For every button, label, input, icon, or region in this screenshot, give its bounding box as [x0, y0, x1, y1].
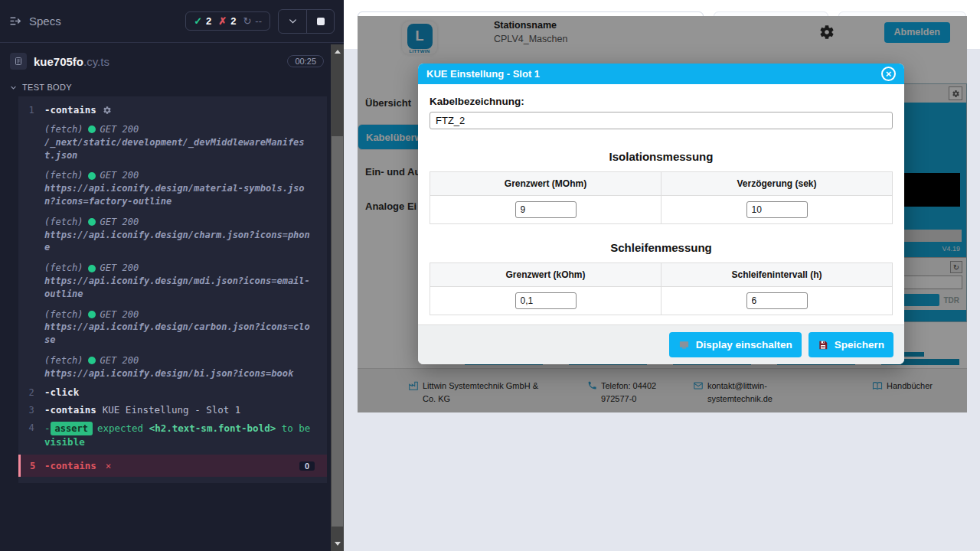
fetch-log[interactable]: (fetch)GET 200 https://api.iconify.desig…	[44, 354, 315, 380]
assert-badge: assert	[51, 422, 93, 435]
loop-col-intervall: Schleifenintervall (h)	[662, 263, 893, 287]
spec-duration-badge: 00:25	[287, 55, 324, 67]
fetch-log[interactable]: (fetch)GET 200 https://api.iconify.desig…	[44, 262, 315, 300]
fetch-log[interactable]: (fetch)GET 200 https://api.iconify.desig…	[44, 216, 315, 254]
save-button[interactable]: Speichern	[808, 332, 893, 357]
iso-verzoegerung-input[interactable]	[746, 201, 808, 218]
modal-title: KUE Einstellung - Slot 1	[426, 68, 540, 80]
fail-x-icon: ×	[106, 460, 112, 471]
command-log: 1 -contains (fetch)GET 200 /_next/static…	[18, 96, 327, 483]
failed-icon: ✗	[218, 15, 227, 27]
kue-settings-modal: KUE Einstellung - Slot 1 × Kabelbezeichn…	[418, 64, 904, 364]
scroll-down-arrow[interactable]	[331, 538, 344, 549]
stat-pending: ↻--	[243, 15, 262, 27]
iso-grenzwert-input[interactable]	[515, 201, 577, 218]
status-ok-dot	[88, 172, 96, 180]
specs-label: Specs	[29, 15, 61, 28]
stat-failed: ✗2	[218, 15, 236, 27]
fetch-log[interactable]: (fetch)GET 200 https://api.iconify.desig…	[44, 169, 315, 207]
status-ok-dot	[88, 126, 96, 133]
close-icon[interactable]: ×	[881, 67, 896, 81]
iso-col-grenzwert: Grenzwert (MOhm)	[430, 172, 662, 196]
status-ok-dot	[88, 311, 96, 318]
run-stats: ✓2 ✗2 ↻--	[185, 11, 270, 31]
status-ok-dot	[88, 357, 96, 364]
passed-icon: ✓	[194, 15, 202, 27]
loop-section-title: Schleifenmessung	[430, 241, 893, 254]
modal-title-bar: KUE Einstellung - Slot 1 ×	[418, 64, 904, 84]
run-controls	[278, 9, 335, 34]
chevron-down-icon	[10, 84, 17, 91]
status-ok-dot	[88, 265, 96, 272]
loop-grenzwert-input[interactable]	[515, 292, 577, 309]
scroll-up-arrow[interactable]	[331, 46, 344, 57]
stop-icon	[317, 18, 325, 25]
stage: Electron 130 1000x660 (79%) L LITTWIN St…	[344, 0, 980, 551]
display-icon	[678, 339, 690, 350]
chevron-down-icon	[288, 16, 298, 26]
iso-col-verzoegerung: Verzögerung (sek)	[662, 172, 893, 196]
command-contains-failed[interactable]: 5 -contains×0	[18, 455, 327, 477]
command-assert[interactable]: 4 -assertexpected <h2.text-sm.font-bold>…	[18, 417, 327, 452]
fetch-log[interactable]: (fetch)GET 200 /_next/static/development…	[44, 123, 315, 161]
scrollbar-thumb[interactable]	[332, 136, 343, 527]
fetch-log[interactable]: (fetch)GET 200 https://api.iconify.desig…	[44, 308, 315, 347]
loop-table: Grenzwert (kOhm) Schleifenintervall (h)	[430, 262, 893, 315]
specs-button[interactable]: Specs	[9, 15, 61, 28]
status-ok-dot	[88, 218, 96, 226]
spec-file-icon	[10, 53, 27, 70]
app-under-test: L LITTWIN Stationsname CPLV4_Maschen Abm…	[358, 16, 967, 412]
spec-name: kue705fo.cy.ts	[34, 55, 109, 68]
command-click[interactable]: 2 -click	[18, 382, 327, 399]
command-contains-3[interactable]: 3 -containsKUE Einstellung - Slot 1	[18, 399, 327, 417]
isolation-section-title: Isolationsmessung	[430, 150, 893, 163]
isolation-table: Grenzwert (MOhm) Verzögerung (sek)	[430, 171, 893, 224]
display-on-button[interactable]: Display einschalten	[669, 332, 802, 357]
stat-passed: ✓2	[194, 15, 211, 27]
save-floppy-icon	[818, 340, 828, 350]
cypress-reporter: Specs ✓2 ✗2 ↻-- kue705fo.cy.ts 00:25 TES…	[0, 0, 344, 551]
specs-menu-icon	[9, 15, 22, 28]
loop-col-grenzwert: Grenzwert (kOhm)	[430, 263, 662, 287]
test-body-header[interactable]: TEST BODY	[0, 80, 344, 96]
cable-name-input[interactable]	[430, 112, 893, 129]
snapshot-count-badge: 0	[299, 461, 315, 471]
gear-icon	[103, 106, 112, 115]
reporter-header: Specs ✓2 ✗2 ↻--	[0, 0, 344, 43]
loop-intervall-input[interactable]	[746, 292, 808, 309]
modal-footer: Display einschalten Speichern	[418, 324, 904, 364]
collapse-button[interactable]	[279, 10, 306, 33]
stop-button[interactable]	[306, 10, 334, 33]
cable-name-label: Kabelbezeichnung:	[430, 96, 893, 107]
spec-extension: .cy.ts	[83, 55, 109, 68]
reporter-scrollbar[interactable]	[331, 44, 344, 551]
command-contains-1[interactable]: 1 -contains (fetch)GET 200 /_next/static…	[18, 99, 327, 382]
spec-file-row[interactable]: kue705fo.cy.ts 00:25	[0, 43, 344, 80]
restart-icon: ↻	[243, 15, 251, 27]
